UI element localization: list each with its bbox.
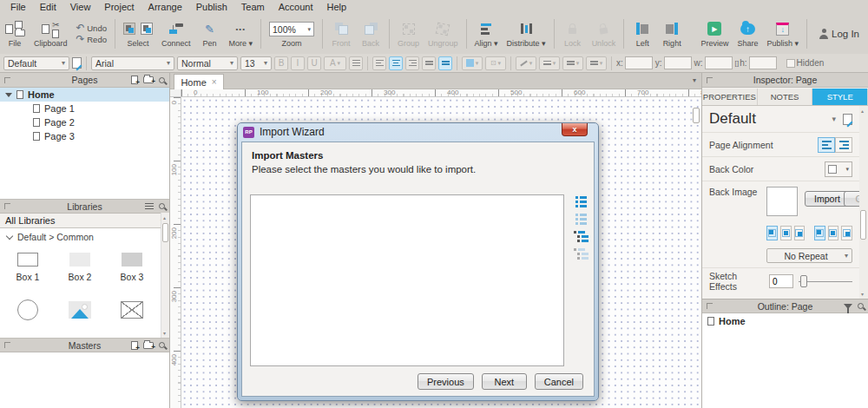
page-item-page1[interactable]: Page 1 — [0, 102, 169, 115]
filter-icon[interactable] — [844, 304, 852, 309]
align-right-button[interactable]: Right — [657, 14, 687, 50]
zoom-combobox[interactable]: 100%▾ — [269, 22, 314, 36]
page-align-center-button[interactable] — [835, 137, 852, 153]
more-tools[interactable]: ••• More ▾ — [224, 14, 257, 50]
preview-button[interactable]: ▶ Preview — [696, 14, 733, 50]
clear-image-button[interactable]: Clear — [844, 191, 859, 207]
select-tool[interactable]: Select — [119, 14, 157, 50]
scrollbar-thumb[interactable] — [162, 223, 168, 242]
libraries-scrollbar[interactable]: ▴ ▾ — [161, 213, 169, 338]
font-color-button[interactable]: A▾ — [324, 56, 346, 70]
previous-button[interactable]: Previous — [418, 373, 474, 390]
add-master-icon[interactable] — [131, 341, 138, 350]
canvas-scrollbar[interactable] — [692, 97, 701, 408]
dialog-title-bar[interactable]: RP Import Wizard — [243, 126, 325, 138]
arrow-style-button[interactable]: ▾ — [586, 56, 607, 70]
align-text-right-button[interactable] — [405, 56, 419, 70]
align-button[interactable]: Align ▾ — [470, 14, 503, 50]
page-item-page3[interactable]: Page 3 — [0, 129, 169, 143]
widget-image[interactable] — [56, 301, 104, 324]
chevron-down-icon[interactable]: ▾ — [832, 115, 836, 123]
bold-button[interactable]: B — [274, 56, 288, 70]
widget-box3[interactable]: Box 3 — [108, 253, 156, 282]
back-color-picker[interactable]: ▾ — [825, 161, 852, 177]
menu-edit[interactable]: Edit — [33, 1, 63, 13]
scrollbar-thumb[interactable] — [693, 108, 700, 123]
login-button[interactable]: Log In — [811, 14, 868, 54]
lock-button[interactable]: Lock — [558, 14, 588, 50]
opacity-button[interactable]: ⊡▾ — [485, 56, 506, 70]
scroll-up-icon[interactable]: ▴ — [163, 214, 166, 220]
back-image-thumbnail[interactable] — [766, 187, 798, 216]
undo-button[interactable]: ↶ Undo — [76, 23, 107, 33]
align-left-button[interactable]: Left — [628, 14, 657, 50]
inspector-scrollbar[interactable]: ▴ ▾ — [859, 106, 868, 299]
select-intersect-icon[interactable] — [123, 23, 135, 35]
page-align-left-button[interactable] — [818, 137, 835, 153]
collapse-all-icon[interactable] — [575, 214, 587, 225]
page-item-home[interactable]: Home — [0, 88, 169, 102]
y-input[interactable] — [664, 56, 692, 69]
widget-box2[interactable]: Box 2 — [56, 253, 104, 282]
widget-box1[interactable]: Box 1 — [3, 253, 52, 282]
expand-all-icon[interactable] — [575, 196, 587, 207]
libraries-section-row[interactable]: Default > Common — [0, 228, 169, 246]
italic-button[interactable]: I — [291, 56, 305, 70]
hidden-checkbox[interactable] — [786, 59, 795, 68]
check-all-icon[interactable] — [574, 231, 589, 242]
widget-ellipse[interactable] — [3, 299, 52, 326]
repeat-dropdown[interactable]: No Repeat ▾ — [766, 248, 852, 263]
masters-list-box[interactable] — [250, 194, 564, 366]
tab-style[interactable]: STYLE — [812, 89, 868, 105]
expand-triangle-icon[interactable] — [5, 93, 12, 97]
outline-item-home[interactable]: Home — [702, 313, 868, 329]
fill-color-button[interactable]: ▾ — [462, 56, 483, 70]
menu-project[interactable]: Project — [97, 1, 141, 13]
align-text-center-button[interactable] — [389, 56, 403, 70]
scroll-up-icon[interactable]: ▴ — [861, 108, 864, 114]
underline-button[interactable]: U — [307, 56, 321, 70]
menu-arrange[interactable]: Arrange — [141, 1, 189, 13]
align-text-left-button[interactable] — [372, 56, 386, 70]
menu-account[interactable]: Account — [272, 1, 320, 13]
tab-home[interactable]: Home × — [174, 74, 224, 89]
select-contain-icon[interactable] — [141, 23, 153, 35]
pen-tool[interactable]: ✎ Pen — [194, 14, 224, 50]
cancel-button[interactable]: Cancel — [535, 373, 583, 390]
image-align-vcenter-button[interactable] — [828, 226, 839, 240]
x-input[interactable] — [625, 56, 653, 69]
back-button[interactable]: Back — [356, 14, 385, 50]
sketch-slider[interactable] — [799, 274, 852, 288]
menu-publish[interactable]: Publish — [189, 1, 234, 13]
hamburger-menu-icon[interactable] — [145, 203, 154, 210]
distribute-button[interactable]: Distribute ▾ — [503, 14, 550, 50]
scrollbar-thumb[interactable] — [860, 210, 866, 240]
menu-file[interactable]: File — [3, 1, 33, 13]
scroll-down-icon[interactable]: ▾ — [861, 291, 864, 297]
image-align-left-button[interactable] — [766, 226, 778, 240]
publish-button[interactable]: ↓ Publish ▾ — [762, 14, 803, 50]
search-icon[interactable] — [159, 342, 165, 348]
group-button[interactable]: Group — [393, 14, 424, 50]
align-text-top-button[interactable] — [422, 56, 436, 70]
search-icon[interactable] — [159, 77, 165, 83]
sketch-value-input[interactable] — [769, 274, 793, 288]
line-color-button[interactable]: ▾ — [516, 56, 536, 70]
menu-team[interactable]: Team — [234, 1, 272, 13]
ungroup-button[interactable]: Ungroup — [424, 14, 463, 50]
line-style-button[interactable]: ▾ — [562, 56, 583, 70]
libraries-dropdown[interactable]: All Libraries ▾ — [0, 214, 169, 228]
search-icon[interactable] — [159, 203, 165, 209]
search-icon[interactable] — [858, 303, 864, 309]
redo-button[interactable]: ↷ Redo — [76, 35, 107, 44]
edit-style-icon[interactable] — [72, 57, 82, 69]
image-align-right-button[interactable] — [794, 226, 806, 240]
add-folder-icon[interactable] — [143, 76, 154, 83]
page-item-page2[interactable]: Page 2 — [0, 115, 169, 129]
menu-view[interactable]: View — [63, 1, 98, 13]
scroll-down-icon[interactable]: ▾ — [163, 330, 166, 336]
tab-notes[interactable]: NOTES — [758, 89, 813, 105]
font-size-dropdown[interactable]: 13▾ — [240, 56, 272, 70]
unlock-button[interactable]: Unlock — [588, 14, 621, 50]
add-page-icon[interactable] — [131, 76, 138, 84]
